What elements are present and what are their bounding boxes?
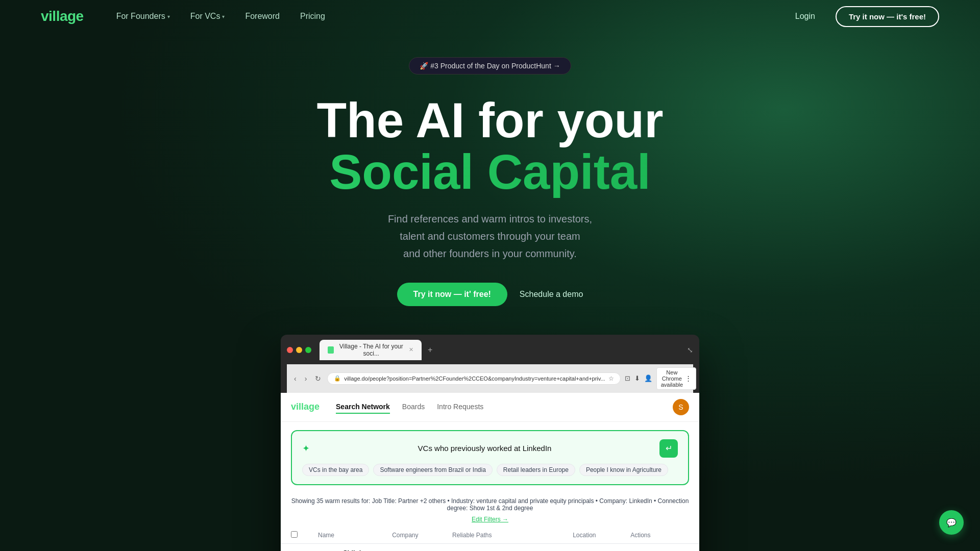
lock-icon: 🔒	[334, 375, 341, 382]
navbar: village For Founders ▾ For VCs ▾ Forewor…	[0, 0, 980, 33]
app-nav: village Search Network Boards Intro Requ…	[281, 393, 699, 422]
app-nav-search-network[interactable]: Search Network	[336, 400, 390, 414]
download-icon[interactable]: ⬇	[634, 374, 640, 382]
chip-agriculture[interactable]: People I know in Agriculture	[579, 464, 668, 476]
hero-cta-primary[interactable]: Try it now — it' free!	[397, 283, 507, 306]
results-info: Showing 35 warm results for: Job Title: …	[281, 493, 699, 516]
browser-mockup: Village - The AI for your soci... ✕ + ⤡ …	[281, 335, 699, 551]
traffic-light-green[interactable]	[305, 347, 311, 353]
hero-section: 🚀 #3 Product of the Day on ProductHunt →…	[0, 33, 980, 551]
login-button[interactable]: Login	[787, 8, 823, 25]
app-logo[interactable]: village	[291, 402, 320, 412]
app-nav-intro-requests[interactable]: Intro Requests	[437, 400, 483, 414]
badge-text: 🚀 #3 Product of the Day on ProductHunt →	[420, 62, 560, 70]
table-row: SK Shilpi Kumar in Partner at Third Sphe…	[281, 543, 699, 551]
cast-icon[interactable]: ⊡	[625, 374, 630, 382]
col-header-location: Location	[562, 527, 620, 544]
chip-bay-area[interactable]: VCs in the bay area	[302, 464, 369, 476]
location-cell: 📍 Oakland, California, United States	[562, 543, 620, 551]
app-nav-boards[interactable]: Boards	[402, 400, 425, 414]
results-table: Name Company Reliable Paths Location Act…	[281, 527, 699, 551]
nav-link-founders[interactable]: For Founders ▾	[108, 8, 178, 25]
hero-title-line2: Social Capital	[0, 146, 980, 198]
logo[interactable]: village	[41, 8, 84, 24]
col-header-name: Name	[308, 527, 382, 544]
search-area: ✦ VCs who previously worked at LinkedIn …	[291, 430, 689, 485]
chip-europe[interactable]: Retail leaders in Europe	[497, 464, 575, 476]
search-query-text: VCs who previously worked at LinkedIn	[316, 444, 653, 453]
nav-link-foreword[interactable]: Foreword	[237, 8, 288, 25]
chat-button[interactable]: 💬	[939, 510, 964, 535]
traffic-light-yellow[interactable]	[296, 347, 302, 353]
new-chrome-badge[interactable]: New Chrome available ⋮	[656, 367, 696, 390]
table-head: Name Company Reliable Paths Location Act…	[281, 527, 699, 544]
chat-icon: 💬	[946, 518, 957, 528]
chip-brazil-india[interactable]: Software engineers from Brazil or India	[373, 464, 492, 476]
search-submit-button[interactable]: ↵	[659, 439, 678, 458]
person-row: SK Shilpi Kumar in Partner at Third Sphe…	[318, 549, 372, 551]
nav-cta-button[interactable]: Try it now — it's free!	[836, 6, 939, 27]
edit-filters-link[interactable]: Edit Filters →	[281, 516, 699, 527]
hero-title-line1: The AI for your	[0, 95, 980, 146]
browser-chrome: Village - The AI for your soci... ✕ + ⤡ …	[281, 335, 699, 393]
tab-favicon	[328, 346, 334, 354]
url-text: village.do/people?position=Partner%2CFou…	[344, 375, 605, 382]
traffic-light-red[interactable]	[287, 347, 293, 353]
table-body: SK Shilpi Kumar in Partner at Third Sphe…	[281, 543, 699, 551]
select-all-checkbox[interactable]	[291, 531, 298, 538]
chevron-down-icon: ▾	[167, 14, 170, 19]
nav-links: For Founders ▾ For VCs ▾ Foreword Pricin…	[108, 8, 333, 25]
col-header-company: Company	[382, 527, 442, 544]
app-nav-links: Search Network Boards Intro Requests	[336, 400, 483, 414]
search-input-row: ✦ VCs who previously worked at LinkedIn …	[302, 439, 678, 458]
search-chips: VCs in the bay area Software engineers f…	[302, 464, 678, 476]
nav-left: village For Founders ▾ For VCs ▾ Forewor…	[41, 8, 333, 25]
nav-link-vcs[interactable]: For VCs ▾	[182, 8, 233, 25]
hero-cta-secondary[interactable]: Schedule a demo	[520, 290, 583, 299]
company-cell: TS Third Sphere	[382, 543, 442, 551]
browser-tab-active[interactable]: Village - The AI for your soci... ✕	[320, 340, 422, 360]
person-name-cell: SK Shilpi Kumar in Partner at Third Sphe…	[308, 543, 382, 551]
actions-cell: + Save ⟶ View paths	[620, 543, 699, 551]
forward-icon[interactable]: ›	[303, 373, 309, 384]
back-icon[interactable]: ‹	[292, 373, 299, 384]
browser-tab-area: Village - The AI for your soci... ✕ + ⤡	[320, 340, 693, 360]
new-chrome-text: New Chrome available	[661, 369, 683, 388]
nav-right: Login Try it now — it's free!	[787, 6, 939, 27]
bookmark-icon[interactable]: ☆	[608, 375, 614, 382]
hero-buttons: Try it now — it' free! Schedule a demo	[0, 283, 980, 306]
sparkle-icon: ✦	[302, 443, 310, 454]
browser-app: village Search Network Boards Intro Requ…	[281, 393, 699, 551]
url-icons: ☆	[608, 375, 614, 382]
browser-titlebar: Village - The AI for your soci... ✕ + ⤡	[287, 340, 693, 360]
nav-link-pricing[interactable]: Pricing	[292, 8, 333, 25]
more-icon[interactable]: ⋮	[685, 374, 692, 382]
refresh-icon[interactable]: ↻	[313, 373, 323, 384]
account-icon[interactable]: 👤	[644, 374, 652, 382]
col-header-paths: Reliable Paths	[442, 527, 562, 544]
avatar[interactable]: S	[673, 399, 689, 415]
product-hunt-badge[interactable]: 🚀 #3 Product of the Day on ProductHunt →	[409, 57, 571, 74]
paths-cell: EXCELLENT +5 11 paths	[442, 543, 562, 551]
close-icon[interactable]: ✕	[409, 346, 413, 353]
results-text: Showing 35 warm results for: Job Title: …	[291, 497, 689, 512]
minimize-icon[interactable]: ⤡	[687, 346, 693, 354]
url-bar[interactable]: 🔒 village.do/people?position=Partner%2CF…	[327, 372, 620, 385]
person-name: Shilpi Kumar	[341, 549, 362, 551]
col-header-actions: Actions	[620, 527, 699, 544]
new-tab-button[interactable]: +	[424, 343, 436, 357]
hero-title: The AI for your Social Capital	[0, 95, 980, 198]
tab-title: Village - The AI for your soci...	[338, 343, 405, 357]
traffic-lights	[287, 347, 311, 353]
chevron-down-icon: ▾	[222, 14, 225, 19]
hero-subtitle: Find references and warm intros to inves…	[0, 210, 980, 262]
